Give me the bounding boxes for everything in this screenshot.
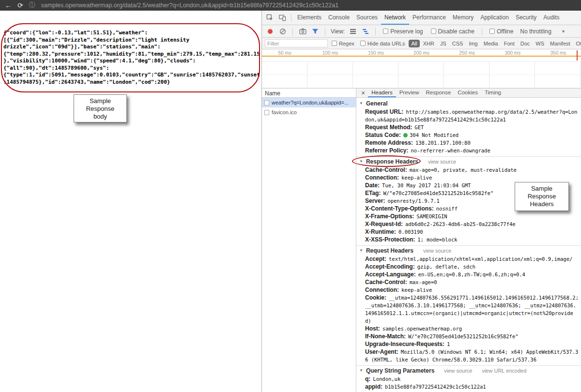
section-title: Response Headers <box>366 158 418 165</box>
filter-icon[interactable] <box>310 27 321 36</box>
back-icon[interactable]: ← <box>5 0 12 11</box>
header-name: Connection <box>365 286 399 293</box>
devtools-tab[interactable]: Elements <box>294 11 325 25</box>
request-name-column: Name weather?q=London,uk&appid=... favic… <box>262 89 356 392</box>
offline-checkbox[interactable]: Offline <box>489 28 513 35</box>
header-name: X-Frame-Options <box>365 213 414 220</box>
filter-type-button[interactable]: Media <box>481 40 501 47</box>
load-event-marker <box>577 50 578 60</box>
filter-type-button[interactable]: CSS <box>450 40 466 47</box>
view-source-link[interactable]: view source <box>444 368 472 374</box>
json-line: :1485794875},"id":2643743,"name":"London… <box>3 79 262 86</box>
callout-sample-response-body: Sample Response body <box>74 94 127 122</box>
preserve-log-checkbox[interactable]: Preserve log <box>383 28 423 35</box>
time-tick-label: 300 ms <box>490 50 535 56</box>
header-value: Tue, 30 May 2017 21:03:04 GMT <box>382 182 471 188</box>
throttling-dropdown[interactable]: No throttling ▾ <box>520 28 565 35</box>
filter-type-button[interactable]: Other <box>574 40 581 47</box>
detail-tab[interactable]: Response <box>423 89 455 97</box>
filter-type-button[interactable]: Font <box>502 40 517 47</box>
header-name: Cookie <box>365 294 386 301</box>
disclosure-triangle-icon[interactable]: ▼ <box>359 159 363 164</box>
filter-type-button[interactable]: Manifest <box>548 40 573 47</box>
devtools-tab[interactable]: Sources <box>353 11 381 25</box>
detail-tab[interactable]: Cookies <box>454 89 481 97</box>
filter-type-button[interactable]: WS <box>533 40 547 47</box>
param-value: b1b15e88fa797225412429c1c50c122a1 <box>385 384 486 390</box>
devtools-tab[interactable]: Network <box>381 11 409 25</box>
header-name: Accept <box>365 256 386 262</box>
header-value: keep-alive <box>401 287 432 293</box>
header-value: max-age=0 <box>410 279 437 285</box>
url-text[interactable]: samples.openweathermap.org/data/2.5/weat… <box>41 2 338 9</box>
detail-tab[interactable]: Preview <box>396 89 423 97</box>
header-name: Accept-Encoding <box>365 263 415 270</box>
disclosure-triangle-icon[interactable]: ▼ <box>359 368 363 373</box>
file-icon <box>264 100 269 106</box>
inspect-element-icon[interactable] <box>263 11 276 25</box>
filter-type-button[interactable]: All <box>409 40 419 47</box>
checkbox-box <box>383 29 388 34</box>
waterfall-view-icon[interactable] <box>360 27 371 36</box>
header-item: User-AgentMozilla/5.0 (Windows NT 6.1; W… <box>356 348 581 363</box>
record-button[interactable] <box>265 27 275 36</box>
header-value: W/"e70c27085ed41de5321252b16c9582fe" <box>408 333 519 339</box>
view-source-link[interactable]: view source <box>423 248 451 254</box>
close-icon[interactable]: × <box>358 89 368 98</box>
devtools-tab[interactable]: Memory <box>449 11 477 25</box>
header-name: Host <box>365 325 380 332</box>
view-url-encoded-link[interactable]: view URL encoded <box>482 368 526 374</box>
header-name: Referrer Policy <box>365 147 408 154</box>
header-value: openresty/1.9.7.1 <box>387 198 439 204</box>
disclosure-triangle-icon[interactable]: ▼ <box>359 248 363 253</box>
detail-tab[interactable]: Timing <box>481 89 505 97</box>
divider <box>292 28 293 35</box>
filter-type-button[interactable]: Doc <box>518 40 533 47</box>
header-value: nosniff <box>436 206 458 211</box>
header-value: keep-alive <box>401 175 432 181</box>
page-info-icon[interactable]: ⓘ <box>29 1 35 10</box>
header-name: X-Content-Type-Options <box>365 205 434 212</box>
header-item: X-Frame-OptionsSAMEORIGIN <box>356 212 581 220</box>
devtools-tab[interactable]: Audits <box>540 11 563 25</box>
hide-data-urls-checkbox[interactable]: Hide data URLs <box>360 41 405 46</box>
divider <box>325 28 325 35</box>
request-row[interactable]: weather?q=London,uk&appid=... <box>262 98 356 107</box>
header-item: Cache-Controlmax-age=0, private, must-re… <box>356 166 581 174</box>
detail-tab[interactable]: Headers <box>368 89 396 97</box>
header-name: Status Code <box>365 132 401 138</box>
disclosure-triangle-icon[interactable]: ▼ <box>359 101 363 106</box>
header-value: en-US,en;q=0.8,zh-TW;q=0.6,zh;q=0.4 <box>418 271 525 277</box>
filter-input[interactable] <box>265 39 328 47</box>
param-name: q <box>365 376 370 382</box>
request-row[interactable]: favicon.ico <box>262 107 356 117</box>
filter-type-button[interactable]: Img <box>466 40 480 47</box>
devtools-tab[interactable]: Performance <box>409 11 449 25</box>
clear-button[interactable] <box>277 27 288 36</box>
reload-icon[interactable]: ⟳ <box>17 0 23 11</box>
header-name: Server <box>365 197 385 204</box>
filter-type-button[interactable]: XHR <box>421 40 437 47</box>
header-item: Accept-Encodinggzip, deflate, sdch <box>356 263 581 271</box>
disable-cache-checkbox[interactable]: Disable cache <box>431 28 474 35</box>
view-source-link[interactable]: view source <box>428 159 456 165</box>
list-view-icon[interactable] <box>348 27 358 36</box>
json-line: [{"id":300,"main":"Drizzle","description… <box>3 37 262 44</box>
devtools-tab[interactable]: Console <box>325 11 353 25</box>
chevron-down-icon: ▾ <box>562 29 565 34</box>
devtools-tab[interactable]: Security <box>512 11 540 25</box>
header-item: Cookie__utma=124807636.556291771.1496165… <box>356 294 581 325</box>
filter-type-button[interactable]: JS <box>438 40 449 47</box>
checkbox-box <box>360 41 366 46</box>
header-item: Status Code304 Not Modified <box>356 131 581 139</box>
header-name: If-None-Match <box>365 333 406 340</box>
column-header-name[interactable]: Name <box>262 89 356 98</box>
capture-screenshots-icon[interactable] <box>297 27 308 36</box>
device-toolbar-icon[interactable] <box>276 11 289 25</box>
checkbox-box <box>332 41 337 46</box>
time-tick-label: 50 ms <box>262 50 307 56</box>
header-item: Referrer Policyno-referrer-when-downgrad… <box>356 147 581 154</box>
header-name: Accept-Language <box>365 271 416 278</box>
regex-checkbox[interactable]: Regex <box>332 41 354 46</box>
devtools-tab[interactable]: Application <box>477 11 512 25</box>
